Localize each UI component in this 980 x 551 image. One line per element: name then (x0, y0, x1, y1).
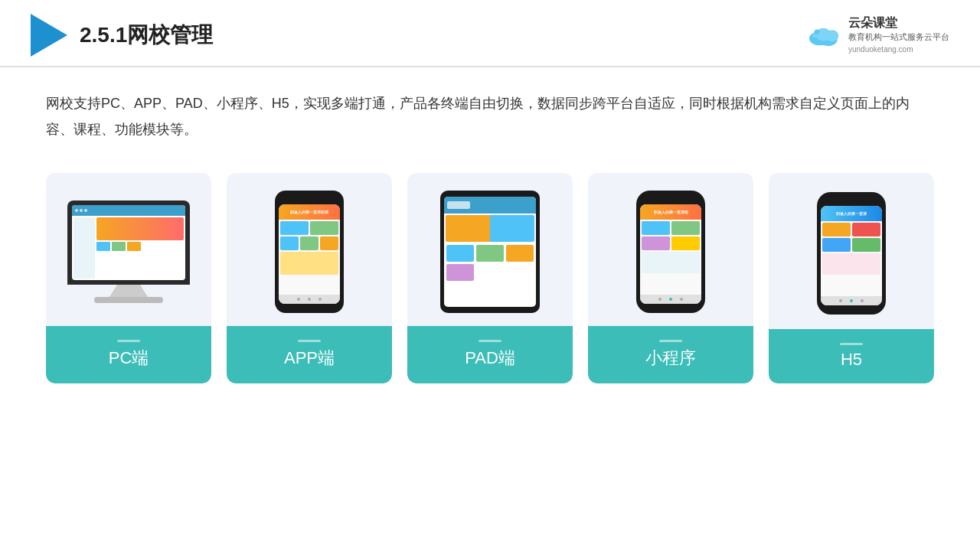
h5-notch (841, 198, 862, 203)
phone-notch (299, 197, 320, 201)
tablet-mockup (440, 191, 540, 313)
tablet-body (440, 191, 540, 313)
header: 2.5.1网校管理 云朵课堂 教育机构一站式服务云平台 yunduoketang… (0, 0, 980, 67)
cards-container: PC端 职途人的第一堂求职课 (46, 173, 934, 383)
miniprogram-label: 小程序 (588, 326, 753, 383)
description-text: 网校支持PC、APP、PAD、小程序、H5，实现多端打通，产品各终端自由切换，数… (46, 90, 934, 142)
pc-image-area (46, 173, 211, 326)
h5-phone-mockup: 职途人的第一堂课 (817, 192, 886, 315)
miniprogram-image-area: 职途人的第一堂课程 (588, 173, 753, 326)
monitor-base (94, 297, 163, 303)
card-pad: PAD端 (407, 173, 573, 383)
h5-screen: 职途人的第一堂课 (821, 206, 882, 305)
miniprogram-phone-body: 职途人的第一堂课程 (636, 191, 705, 313)
phone-body: 职途人的第一堂求职课 (275, 191, 344, 313)
brand-logo: 云朵课堂 教育机构一站式服务云平台 yunduoketang.com (805, 15, 949, 55)
brand-tagline: 教育机构一站式服务云平台 (848, 31, 949, 43)
pad-image-area (407, 173, 573, 326)
miniprogram-screen: 职途人的第一堂课程 (640, 204, 701, 304)
pc-label: PC端 (46, 326, 211, 383)
card-miniprogram: 职途人的第一堂课程 (588, 173, 753, 383)
app-label: APP端 (227, 326, 392, 383)
card-pc: PC端 (46, 173, 211, 383)
monitor-body (67, 201, 190, 285)
h5-image-area: 职途人的第一堂课 (769, 173, 934, 329)
monitor-screen (72, 205, 185, 280)
h5-phone-body: 职途人的第一堂课 (817, 192, 886, 315)
miniprogram-notch (660, 197, 681, 201)
logo-triangle-icon (31, 14, 67, 57)
brand-name: 云朵课堂 (848, 15, 949, 31)
pad-label: PAD端 (407, 326, 573, 383)
app-image-area: 职途人的第一堂求职课 (227, 173, 392, 326)
app-phone-mockup: 职途人的第一堂求职课 (275, 191, 344, 313)
cloud-icon (805, 21, 844, 49)
header-left: 2.5.1网校管理 (31, 14, 213, 57)
brand-url: yunduoketang.com (848, 44, 949, 55)
svg-point-4 (815, 29, 820, 34)
phone-screen: 职途人的第一堂求职课 (279, 204, 340, 304)
main-content: 网校支持PC、APP、PAD、小程序、H5，实现多端打通，产品各终端自由切换，数… (0, 67, 980, 399)
h5-label: H5 (769, 329, 934, 383)
tablet-screen (444, 197, 536, 307)
miniprogram-phone-mockup: 职途人的第一堂课程 (636, 191, 705, 313)
brand-text: 云朵课堂 教育机构一站式服务云平台 yunduoketang.com (848, 15, 949, 55)
page-title: 2.5.1网校管理 (80, 21, 213, 50)
svg-point-3 (826, 30, 839, 41)
card-h5: 职途人的第一堂课 (769, 173, 934, 383)
brand-section: 云朵课堂 教育机构一站式服务云平台 yunduoketang.com (805, 15, 949, 55)
svg-point-5 (812, 34, 816, 37)
card-app: 职途人的第一堂求职课 (227, 173, 392, 383)
pc-mockup (67, 201, 190, 303)
monitor-stand (109, 285, 148, 297)
